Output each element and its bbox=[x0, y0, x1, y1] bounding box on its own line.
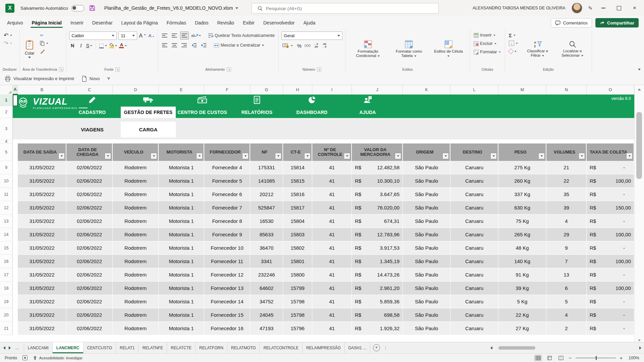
cell-controle[interactable]: 41 bbox=[312, 295, 352, 308]
cell-volumes[interactable]: 35 bbox=[546, 188, 587, 201]
menu-tab-dados[interactable]: Dados bbox=[191, 17, 213, 28]
sheet-nav-right-icon[interactable] bbox=[9, 346, 11, 350]
decrease-font-button[interactable]: A bbox=[148, 32, 155, 40]
row-number[interactable]: 16 bbox=[0, 255, 13, 268]
cell-motorista[interactable]: Motorista 1 bbox=[159, 322, 204, 335]
row-number[interactable]: 1 bbox=[0, 95, 13, 106]
scroll-up-icon[interactable] bbox=[638, 88, 641, 90]
nav-item-centro-de-custos[interactable]: CENTRO DE CUSTOS bbox=[174, 95, 231, 118]
align-middle-button[interactable] bbox=[170, 32, 178, 39]
cell-nf[interactable]: 525847 bbox=[250, 201, 283, 215]
cell-nf[interactable]: 232246 bbox=[250, 268, 283, 282]
cell-veiculo[interactable]: Rodotrem bbox=[113, 308, 159, 322]
filter-button[interactable] bbox=[58, 153, 65, 159]
vertical-scroll-thumb[interactable] bbox=[636, 112, 642, 179]
cell-a5[interactable] bbox=[13, 143, 18, 161]
thousands-button[interactable]: 000 bbox=[304, 42, 311, 49]
cell-volumes[interactable]: 2 bbox=[546, 322, 587, 335]
cell-a[interactable] bbox=[13, 295, 18, 308]
menu-tab-inserir[interactable]: Inserir bbox=[66, 17, 88, 28]
cell-chegada[interactable]: 02/06/2022 bbox=[66, 322, 113, 335]
underline-button[interactable]: S bbox=[86, 42, 93, 49]
cell-taxa[interactable]: R$- bbox=[587, 188, 634, 201]
sheet-overflow-label[interactable]: ... bbox=[14, 345, 20, 350]
cell-destino[interactable]: Caruaru bbox=[450, 188, 498, 201]
cell-chegada[interactable]: 02/06/2022 bbox=[66, 215, 113, 228]
menu-tab-página-inicial[interactable]: Página Inicial bbox=[27, 17, 66, 28]
cell-saida[interactable]: 31/05/2022 bbox=[18, 255, 66, 268]
cell-fornecedor[interactable]: Fornecedor 15 bbox=[204, 308, 250, 322]
menu-tab-ajuda[interactable]: Ajuda bbox=[299, 17, 320, 28]
save-icon[interactable] bbox=[89, 5, 96, 11]
bold-button[interactable]: N bbox=[69, 42, 76, 49]
cell-controle[interactable]: 41 bbox=[312, 188, 352, 201]
cell-a[interactable] bbox=[13, 215, 18, 228]
cell-styles-button[interactable]: Estilos de Célula bbox=[430, 32, 467, 66]
redo-button[interactable]: ↷ bbox=[3, 40, 17, 47]
cell-taxa[interactable]: R$- bbox=[587, 161, 634, 174]
row-number[interactable]: 15 bbox=[0, 241, 13, 255]
cell-fornecedor[interactable]: Fornecedor 13 bbox=[204, 282, 250, 295]
wrap-text-button[interactable]: Quebrar Texto Automaticamente bbox=[207, 32, 276, 39]
cell-fornecedor[interactable]: Fornecedor 16 bbox=[204, 322, 250, 335]
cell-a[interactable] bbox=[13, 255, 18, 268]
cell-volumes[interactable]: 6 bbox=[546, 282, 587, 295]
row-number[interactable]: 4 bbox=[0, 139, 13, 143]
cell-valor[interactable]: R$14.473,26 bbox=[352, 268, 403, 282]
zoom-in-button[interactable]: + bbox=[619, 355, 623, 361]
copy-button[interactable] bbox=[39, 40, 50, 47]
zoom-slider[interactable] bbox=[576, 358, 616, 358]
cell-chegada[interactable]: 02/06/2022 bbox=[66, 308, 113, 322]
excel-logo-icon[interactable]: X bbox=[5, 4, 14, 13]
cell-a[interactable] bbox=[13, 282, 18, 295]
row-number[interactable]: 5 bbox=[0, 143, 13, 161]
cell-saida[interactable]: 31/05/2022 bbox=[18, 228, 66, 241]
row-number[interactable]: 12 bbox=[0, 201, 13, 215]
align-top-button[interactable] bbox=[161, 32, 169, 39]
cell-taxa[interactable]: R$100,00 bbox=[587, 255, 634, 268]
cell-nf[interactable]: 34752 bbox=[250, 295, 283, 308]
cell-taxa[interactable]: R$100,00 bbox=[587, 228, 634, 241]
cell-saida[interactable]: 31/05/2022 bbox=[18, 174, 66, 188]
undo-button[interactable]: ↶ bbox=[3, 32, 17, 39]
cell-peso[interactable]: 140 Kg bbox=[498, 255, 546, 268]
cell-peso[interactable]: 630 Kg bbox=[498, 201, 546, 215]
column-header-L[interactable]: L bbox=[450, 85, 498, 95]
page-break-view-button[interactable] bbox=[557, 355, 565, 361]
menu-tab-layout-da-página[interactable]: Layout da Página bbox=[117, 17, 162, 28]
cell-motorista[interactable]: Motorista 1 bbox=[159, 188, 204, 201]
cell-cte[interactable]: 15799 bbox=[283, 282, 312, 295]
cell-destino[interactable]: Caruaru bbox=[450, 282, 498, 295]
cell-peso[interactable]: 48 Kg bbox=[498, 241, 546, 255]
cell-chegada[interactable]: 02/06/2022 bbox=[66, 188, 113, 201]
cut-button[interactable]: ✂ bbox=[39, 32, 50, 39]
cell-saida[interactable]: 31/05/2022 bbox=[18, 241, 66, 255]
cell-destino[interactable]: Caruaru bbox=[450, 308, 498, 322]
row-number[interactable]: 19 bbox=[0, 295, 13, 308]
cell-veiculo[interactable]: Rodotrem bbox=[113, 295, 159, 308]
cell-a[interactable] bbox=[13, 308, 18, 322]
conditional-formatting-button[interactable]: Formatação Condicional bbox=[348, 32, 388, 66]
sheet-tab-centcusto[interactable]: CENTCUSTO bbox=[84, 342, 116, 353]
cell-destino[interactable]: Caruaru bbox=[450, 161, 498, 174]
cell-chegada[interactable]: 02/06/2022 bbox=[66, 201, 113, 215]
cell-peso[interactable]: 75 Kg bbox=[498, 215, 546, 228]
select-all-corner[interactable] bbox=[0, 85, 13, 95]
format-cells-button[interactable]: Formatar bbox=[473, 48, 502, 56]
dialog-launcher-icon[interactable]: ↘ bbox=[115, 67, 120, 72]
filter-button[interactable] bbox=[242, 153, 249, 159]
pen-icon[interactable]: ✎ bbox=[588, 5, 593, 11]
row-number[interactable]: 9 bbox=[0, 161, 13, 174]
cell-volumes[interactable]: 13 bbox=[546, 268, 587, 282]
cell-chegada[interactable]: 02/06/2022 bbox=[66, 228, 113, 241]
normal-view-button[interactable] bbox=[534, 355, 542, 361]
cell-a[interactable] bbox=[13, 188, 18, 201]
page-layout-view-button[interactable] bbox=[545, 355, 553, 361]
cell-peso[interactable]: 5 Kg bbox=[498, 295, 546, 308]
cell-volumes[interactable]: 39 bbox=[546, 201, 587, 215]
subtab-carga[interactable]: CARGA bbox=[121, 122, 176, 137]
cell-origem[interactable]: São Paulo bbox=[403, 161, 450, 174]
cell-taxa[interactable]: R$150,00 bbox=[587, 201, 634, 215]
hscroll-left-icon[interactable] bbox=[490, 346, 492, 350]
cell-valor[interactable]: R$12.783,96 bbox=[352, 228, 403, 241]
